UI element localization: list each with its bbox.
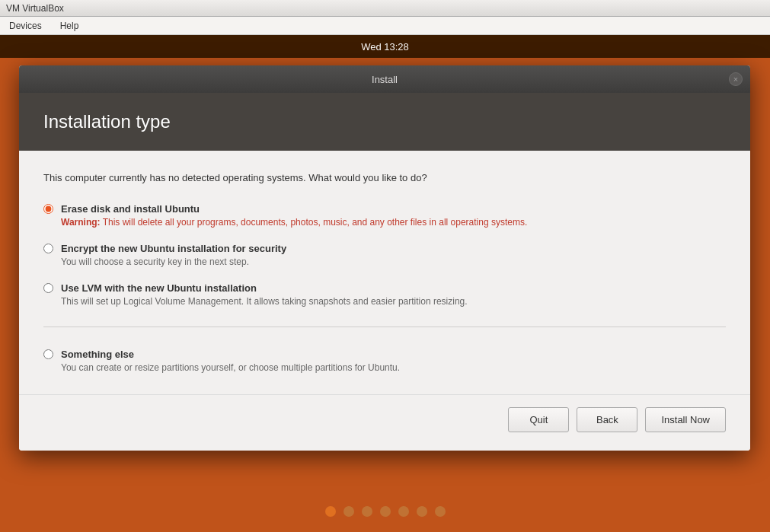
menu-devices[interactable]: Devices (5, 19, 46, 33)
dialog-close-button[interactable]: × (729, 72, 743, 86)
dot-4 (380, 506, 391, 517)
progress-dots (0, 497, 770, 526)
option-erase-label[interactable]: Erase disk and install Ubuntu (61, 203, 200, 215)
menu-help[interactable]: Help (56, 19, 84, 33)
install-dialog: Install × Installation type This compute… (19, 65, 750, 451)
radio-lvm[interactable] (43, 283, 53, 293)
option-something-else-label[interactable]: Something else (61, 349, 134, 360)
vbox-menubar: Devices Help (0, 17, 770, 35)
option-group: Erase disk and install Ubuntu Warning: T… (43, 202, 726, 373)
option-lvm-text: Use LVM with the new Ubuntu installation… (61, 281, 468, 307)
option-something-else: Something else You can create or resize … (43, 347, 726, 373)
dot-7 (435, 506, 446, 517)
dot-6 (417, 506, 427, 517)
option-erase: Erase disk and install Ubuntu Warning: T… (43, 202, 726, 228)
radio-encrypt[interactable] (43, 244, 53, 253)
dot-1 (325, 506, 336, 517)
separator (43, 327, 726, 327)
option-encrypt-text: Encrypt the new Ubuntu installation for … (61, 241, 286, 267)
dot-2 (343, 506, 354, 517)
ubuntu-topbar: Wed 13:28 (0, 35, 770, 58)
vbox-title: VM VirtualBox (6, 3, 64, 14)
option-lvm-label[interactable]: Use LVM with the new Ubuntu installation (61, 282, 257, 294)
desktop: Install × Installation type This compute… (0, 58, 770, 532)
option-lvm: Use LVM with the new Ubuntu installation… (43, 281, 726, 307)
option-something-else-desc: You can create or resize partitions your… (61, 362, 400, 373)
dot-5 (398, 506, 409, 517)
install-now-button[interactable]: Install Now (645, 407, 726, 432)
back-button[interactable]: Back (577, 407, 637, 432)
option-something-else-text: Something else You can create or resize … (61, 347, 400, 373)
option-erase-warning: Warning: This will delete all your progr… (61, 217, 527, 228)
dialog-footer: Quit Back Install Now (19, 394, 750, 451)
option-erase-text: Erase disk and install Ubuntu Warning: T… (61, 202, 527, 228)
warning-label: Warning: (61, 217, 101, 228)
dialog-description: This computer currently has no detected … (43, 172, 726, 183)
clock: Wed 13:28 (361, 41, 409, 53)
option-encrypt-desc: You will choose a security key in the ne… (61, 256, 286, 267)
radio-erase[interactable] (43, 204, 53, 214)
quit-button[interactable]: Quit (508, 407, 569, 432)
dot-3 (362, 506, 372, 517)
vbox-titlebar: VM VirtualBox (0, 0, 770, 17)
option-encrypt: Encrypt the new Ubuntu installation for … (43, 241, 726, 267)
dialog-titlebar: Install × (19, 65, 750, 93)
dialog-content: This computer currently has no detected … (19, 151, 750, 394)
dialog-title: Install (372, 74, 398, 85)
radio-something-else[interactable] (43, 349, 53, 359)
option-lvm-desc: This will set up Logical Volume Manageme… (61, 296, 468, 307)
dialog-header: Installation type (19, 93, 750, 151)
option-encrypt-label[interactable]: Encrypt the new Ubuntu installation for … (61, 243, 286, 254)
warning-text: This will delete all your programs, docu… (101, 217, 528, 228)
dialog-heading: Installation type (43, 111, 726, 132)
